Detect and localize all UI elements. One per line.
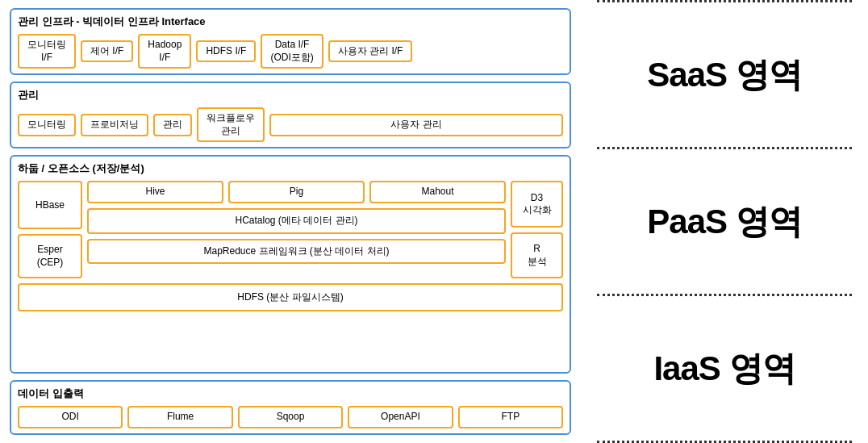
paas-section: PaaS 영역 — [597, 149, 852, 294]
box-workflow: 워크플로우관리 — [197, 107, 265, 142]
box-d3: D3시각화 — [511, 181, 563, 228]
box-odi: ODI — [18, 406, 123, 428]
data-io-section: 데이터 입출력 ODI Flume Sqoop OpenAPI FTP — [10, 380, 571, 435]
box-hdfs: HDFS (분산 파일시스템) — [18, 283, 563, 311]
box-hadoop-if: HadoopI/F — [138, 34, 191, 69]
box-provisioning: 프로비저닝 — [81, 114, 148, 136]
mgmt-interface-items: 모니터링I/F 제어 I/F HadoopI/F HDFS I/F Data I… — [18, 34, 563, 69]
box-hive: Hive — [87, 181, 223, 203]
box-management: 관리 — [153, 114, 192, 136]
mgmt-interface-title: 관리 인프라 - 빅데이터 인프라 Interface — [18, 15, 563, 29]
hadoop-inner: HBase Esper(CEP) Hive Pig Mahout HCatalo… — [18, 181, 563, 278]
box-data-if: Data I/F(ODI포함) — [261, 34, 323, 69]
box-hbase: HBase — [18, 181, 82, 229]
mgmt-interface-section: 관리 인프라 - 빅데이터 인프라 Interface 모니터링I/F 제어 I… — [10, 8, 571, 75]
saas-label: SaaS 영역 — [597, 2, 852, 147]
box-ftp: FTP — [458, 406, 563, 428]
box-hdfs-if: HDFS I/F — [196, 40, 256, 63]
data-io-items: ODI Flume Sqoop OpenAPI FTP — [18, 406, 563, 428]
box-user-mgmt: 사용자 관리 — [269, 114, 563, 136]
iaas-section: IaaS 영역 — [597, 296, 852, 441]
iaas-label: IaaS 영역 — [597, 296, 852, 441]
hadoop-section: 하둡 / 오픈소스 (저장/분석) HBase Esper(CEP) Hive … — [10, 155, 571, 374]
hadoop-title: 하둡 / 오픈소스 (저장/분석) — [18, 161, 563, 176]
box-mapreduce: MapReduce 프레임워크 (분산 데이터 처리) — [87, 239, 506, 265]
box-pig: Pig — [228, 181, 365, 203]
box-mahout: Mahout — [369, 181, 506, 203]
hadoop-left-col: HBase Esper(CEP) — [18, 181, 82, 278]
box-monitoring: 모니터링 — [18, 114, 76, 136]
box-monitoring-if: 모니터링I/F — [18, 34, 76, 69]
box-user-mgmt-if: 사용자 관리 I/F — [328, 40, 413, 63]
box-control-if: 제어 I/F — [81, 40, 133, 63]
left-panel: 관리 인프라 - 빅데이터 인프라 Interface 모니터링I/F 제어 I… — [0, 0, 581, 443]
box-sqoop: Sqoop — [238, 406, 343, 428]
box-hcatalog: HCatalog (메타 데이터 관리) — [87, 208, 506, 234]
box-openapi: OpenAPI — [348, 406, 453, 428]
management-title: 관리 — [18, 88, 563, 102]
management-items: 모니터링 프로비저닝 관리 워크플로우관리 사용자 관리 — [18, 107, 563, 142]
hadoop-top-row: Hive Pig Mahout — [87, 181, 506, 203]
box-esper: Esper(CEP) — [18, 234, 82, 278]
paas-label: PaaS 영역 — [597, 149, 852, 294]
data-io-title: 데이터 입출력 — [18, 387, 563, 401]
right-panel: SaaS 영역 PaaS 영역 IaaS 영역 — [581, 0, 868, 443]
hadoop-right-col: D3시각화 R분석 — [511, 181, 563, 278]
hadoop-middle-col: Hive Pig Mahout HCatalog (메타 데이터 관리) Map… — [87, 181, 506, 278]
box-r: R분석 — [511, 232, 563, 279]
saas-section: SaaS 영역 — [597, 2, 852, 147]
box-flume: Flume — [127, 406, 232, 428]
management-section: 관리 모니터링 프로비저닝 관리 워크플로우관리 사용자 관리 — [10, 81, 571, 148]
